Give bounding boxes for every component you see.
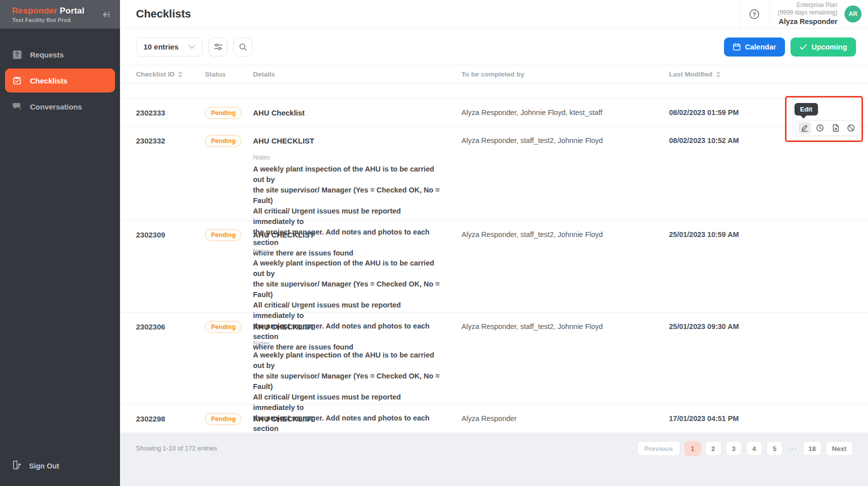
sort-icon	[716, 72, 720, 78]
brand: Responder Portal Test Facility Bot Prod	[12, 6, 84, 23]
edit-tooltip: Edit	[794, 103, 818, 116]
status-badge: Pending	[205, 229, 242, 241]
check-icon	[800, 44, 807, 50]
pagination: Previous 1 2 3 4 5 ··· 18 Next	[637, 441, 853, 456]
history-clock-icon[interactable]	[814, 122, 826, 134]
pagination-ellipsis[interactable]: ···	[787, 444, 799, 452]
notes-label: Notes	[253, 154, 462, 161]
question-box-icon: ?	[12, 50, 22, 59]
sign-out-icon	[12, 460, 21, 471]
calendar-button[interactable]: Calendar	[724, 38, 785, 56]
user-name: Alyza Responder	[778, 17, 838, 26]
brand-secondary: Portal	[60, 6, 84, 16]
pdf-file-icon[interactable]	[829, 122, 842, 134]
entries-per-page-select[interactable]: 10 entries	[136, 38, 202, 56]
checklist-title: AHU CHECKLIST	[253, 322, 462, 331]
last-modified: 17/01/2023 04:51 PM	[669, 404, 856, 433]
sidebar-header: Responder Portal Test Facility Bot Prod	[0, 0, 120, 28]
checklists-table: Checklist ID Status Details To be comple…	[120, 65, 868, 433]
plan-remaining: (9999 days remaining)	[778, 9, 838, 16]
header-right: ? Enterprise Plan (9999 days remaining) …	[739, 0, 868, 28]
checklist-id: 2302298	[136, 404, 205, 433]
plan-info: Enterprise Plan (9999 days remaining) Al…	[770, 2, 844, 26]
column-header-last-modified[interactable]: Last Modified	[669, 70, 856, 78]
sidebar-item-requests[interactable]: ? Requests	[0, 44, 120, 66]
calendar-button-label: Calendar	[745, 43, 776, 51]
page-button-2[interactable]: 2	[705, 441, 722, 456]
status-badge: Pending	[205, 135, 242, 147]
main-area: Checklists ? Enterprise Plan (9999 days …	[120, 0, 868, 486]
avatar[interactable]: AR	[844, 6, 862, 22]
sidebar: Responder Portal Test Facility Bot Prod …	[0, 0, 120, 486]
column-header-details[interactable]: Details	[253, 70, 462, 78]
page-button-3[interactable]: 3	[726, 441, 742, 456]
toolbar-right: Calendar Upcoming	[724, 38, 856, 56]
table-row[interactable]: 2302332 Pending AHU CHECKLIST Notes A we…	[120, 126, 868, 220]
checklist-title: AHU CHECKLIST	[253, 414, 462, 423]
app-root: Responder Portal Test Facility Bot Prod …	[0, 0, 868, 486]
search-button[interactable]	[234, 38, 252, 56]
table-header-row: Checklist ID Status Details To be comple…	[120, 65, 868, 84]
previous-page-button[interactable]: Previous	[637, 441, 680, 456]
notes-label: Notes	[253, 248, 462, 255]
column-header-completed-by[interactable]: To be completed by	[462, 70, 669, 78]
calendar-icon	[733, 43, 740, 50]
entries-select-value: 10 entries	[144, 42, 178, 51]
table-spacer-row	[120, 84, 868, 98]
status-badge: Pending	[205, 321, 242, 333]
brand-primary: Responder	[12, 6, 58, 16]
assignees: Alyza Responder	[462, 404, 669, 433]
status-badge: Pending	[205, 107, 242, 119]
page-title: Checklists	[120, 8, 191, 20]
page-button-1[interactable]: 1	[684, 441, 701, 456]
last-modified: 08/02/2023 01:59 PM	[669, 98, 856, 119]
help-button[interactable]: ?	[739, 0, 770, 28]
column-header-checklist-id[interactable]: Checklist ID	[136, 70, 205, 78]
sidebar-item-label: Checklists	[30, 76, 68, 85]
showing-entries-text: Showing 1-10 of 172 entries	[136, 441, 217, 456]
svg-text:?: ?	[752, 11, 756, 17]
sort-icon	[178, 72, 182, 78]
table-footer: Showing 1-10 of 172 entries Previous 1 2…	[120, 433, 868, 486]
column-header-status[interactable]: Status	[205, 70, 253, 78]
clipboard-check-icon	[12, 76, 22, 85]
table-row[interactable]: 2302333 Pending AHU Checklist Alyza Resp…	[120, 98, 868, 126]
notes-label: Notes	[253, 340, 462, 347]
page-button-4[interactable]: 4	[746, 441, 762, 456]
page-button-18[interactable]: 18	[803, 441, 822, 456]
sidebar-item-checklists[interactable]: Checklists	[5, 68, 115, 92]
toolbar-left: 10 entries	[136, 38, 252, 56]
plan-name: Enterprise Plan	[778, 2, 838, 9]
chevron-down-icon	[188, 45, 195, 49]
page-header: Checklists ? Enterprise Plan (9999 days …	[120, 0, 868, 28]
chat-bubble-icon	[12, 102, 22, 110]
checklist-title: AHU Checklist	[253, 108, 462, 117]
sidebar-item-label: Conversations	[30, 102, 82, 111]
table-row[interactable]: 2302298 Pending AHU CHECKLIST Notes Alyz…	[120, 404, 868, 433]
next-page-button[interactable]: Next	[826, 441, 853, 456]
sidebar-nav: ? Requests Checklists	[0, 44, 120, 118]
upcoming-button-label: Upcoming	[812, 43, 847, 51]
brand-subtitle: Test Facility Bot Prod	[12, 17, 84, 23]
sidebar-item-conversations[interactable]: Conversations	[0, 96, 120, 118]
checklist-id: 2302333	[136, 98, 205, 119]
disable-slash-icon[interactable]	[844, 122, 858, 134]
table-row[interactable]: 2302306 Pending AHU CHECKLIST Notes A we…	[120, 312, 868, 404]
toolbar: 10 entries	[120, 28, 868, 65]
filter-button[interactable]	[208, 38, 228, 56]
page-button-5[interactable]: 5	[766, 441, 783, 456]
edit-pencil-icon[interactable]	[798, 122, 811, 134]
sign-out-label: Sign Out	[29, 462, 59, 470]
row-actions-bar	[796, 120, 860, 136]
sidebar-collapse-icon[interactable]	[102, 11, 111, 18]
filter-sliders-icon	[214, 43, 222, 50]
upcoming-button[interactable]: Upcoming	[790, 38, 856, 56]
search-icon	[239, 43, 247, 51]
table-row[interactable]: 2302309 Pending AHU CHECKLIST Notes A we…	[120, 220, 868, 312]
assignees: Alyza Responder, Johnnie Floyd, ktest_st…	[462, 98, 669, 119]
sign-out-button[interactable]: Sign Out	[12, 460, 59, 471]
status-badge: Pending	[205, 413, 242, 425]
checklist-title: AHU CHECKLIST	[253, 136, 462, 145]
sidebar-item-label: Requests	[30, 50, 64, 59]
help-circle-icon: ?	[749, 9, 760, 20]
